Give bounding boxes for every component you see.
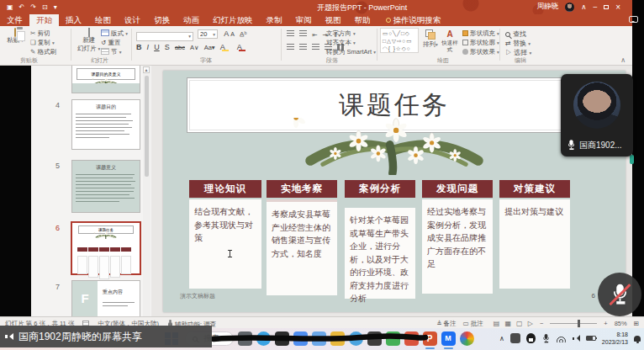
align-center-icon[interactable] bbox=[299, 44, 307, 50]
start-slideshow-icon[interactable]: ⊡ bbox=[42, 3, 48, 11]
tray-chevron-icon[interactable]: ∧ bbox=[499, 335, 504, 342]
column-body[interactable]: 提出对策与建议 bbox=[499, 199, 570, 289]
fit-to-window-icon[interactable]: ⊞ bbox=[634, 320, 639, 327]
thumbnail-scrollbar[interactable]: ▲ bbox=[143, 66, 150, 316]
account-name[interactable]: 周静晓 bbox=[537, 2, 559, 12]
zoom-percentage[interactable]: 85% bbox=[615, 320, 627, 327]
text-shadow-button[interactable]: S bbox=[165, 43, 170, 51]
section-button[interactable]: 节 ▾ bbox=[101, 48, 121, 56]
qq-penguin-icon[interactable] bbox=[526, 333, 536, 343]
column-case-analysis[interactable]: 案例分析 针对某个草莓园或草莓生产带头企业，进行分析，以及对于大的行业环境、政府… bbox=[345, 180, 415, 299]
shape-outline-button[interactable]: 形状轮廓 ▾ bbox=[462, 39, 499, 47]
zoom-slider[interactable] bbox=[550, 323, 597, 324]
tab-file[interactable]: 文件 bbox=[0, 14, 29, 26]
shape-effects-button[interactable]: 形状效果 ▾ bbox=[462, 48, 499, 56]
align-text-button[interactable]: 对齐文本 ▾ bbox=[326, 39, 356, 47]
bold-button[interactable]: B bbox=[136, 43, 142, 51]
tab-transitions[interactable]: 切换 bbox=[147, 14, 177, 26]
align-right-icon[interactable] bbox=[312, 44, 319, 50]
current-slide-canvas[interactable]: 课题任务 理论知识 结合现有文献，参考其现状与对策 实地考察 考察成安县草莓产业… bbox=[163, 71, 626, 312]
grow-font-icon[interactable]: A bbox=[224, 29, 229, 38]
meeting-app-taskbar-icon[interactable]: M bbox=[441, 331, 456, 346]
column-suggestions[interactable]: 对策建议 提出对策与建议 bbox=[499, 180, 570, 289]
slideshow-view-icon[interactable]: ▷ bbox=[528, 320, 533, 327]
shape-fill-button[interactable]: 形状填充 ▾ bbox=[462, 29, 499, 38]
tab-help[interactable]: 帮助 bbox=[348, 14, 377, 26]
align-left-icon[interactable] bbox=[287, 44, 294, 50]
battery-icon[interactable] bbox=[586, 336, 596, 342]
notification-bell-icon[interactable] bbox=[634, 336, 641, 342]
tab-home[interactable]: 开始 bbox=[29, 14, 59, 26]
layout-button[interactable]: 版式 ▾ bbox=[101, 29, 128, 38]
tab-review[interactable]: 审阅 bbox=[289, 14, 319, 26]
normal-view-icon[interactable]: ▤ bbox=[494, 320, 500, 327]
text-direction-button[interactable]: 文字方向 ▾ bbox=[326, 29, 356, 38]
tab-draw[interactable]: 绘图 bbox=[88, 14, 118, 26]
column-theory[interactable]: 理论知识 结合现有文献，参考其现状与对策 bbox=[189, 180, 261, 289]
zoom-in-button[interactable]: + bbox=[604, 320, 607, 327]
save-icon[interactable]: ▣ bbox=[7, 3, 13, 11]
ribbon-display-options-icon[interactable]: ∧ bbox=[581, 3, 586, 11]
char-spacing-button[interactable]: A∨ bbox=[190, 44, 199, 51]
tab-view[interactable]: 视图 bbox=[319, 14, 348, 26]
column-body[interactable]: 针对某个草莓园或草莓生产带头企业，进行分析，以及对于大的行业环境、政府支持力度进… bbox=[345, 208, 415, 299]
copy-button[interactable]: ❏ 复制 ▾ bbox=[30, 39, 55, 47]
numbering-icon[interactable] bbox=[299, 30, 307, 37]
new-slide-button[interactable]: 新建 幻灯片 ▾ bbox=[77, 29, 100, 52]
mute-toggle-button[interactable] bbox=[598, 273, 641, 316]
notes-toggle-button[interactable]: ≜ 备注 bbox=[436, 320, 456, 328]
comments-toggle-button[interactable]: ▭ 批注 bbox=[463, 320, 483, 328]
bullets-icon[interactable] bbox=[287, 30, 294, 37]
zoom-out-button[interactable]: − bbox=[540, 320, 543, 327]
thumbnail-slide-7[interactable]: F 重点内容 bbox=[71, 280, 140, 316]
format-painter-button[interactable]: ✎ 格式刷 bbox=[30, 48, 56, 56]
participant-video-tile[interactable]: 国商1902... bbox=[561, 74, 633, 156]
collapse-ribbon-icon[interactable]: ∧ bbox=[620, 56, 626, 64]
thumbnail-slide-4[interactable]: 课题目的 bbox=[71, 99, 140, 150]
undo-icon[interactable]: ↶ bbox=[19, 3, 25, 11]
find-button[interactable]: 查找 bbox=[505, 29, 526, 39]
tab-insert[interactable]: 插入 bbox=[59, 14, 88, 26]
quick-styles-button[interactable]: A 快速样式 bbox=[441, 29, 459, 53]
taskbar-clock[interactable]: 8:18 2023/2/13 bbox=[602, 331, 628, 346]
clear-formatting-icon[interactable]: A̲ᵇ bbox=[240, 30, 246, 38]
sidebar-toggle-indicator[interactable] bbox=[630, 155, 634, 164]
tray-mic-icon[interactable] bbox=[542, 333, 549, 342]
arrange-button[interactable]: 排列▾ bbox=[423, 29, 438, 49]
qat-customize-icon[interactable]: ▾ bbox=[54, 3, 57, 11]
wifi-icon[interactable] bbox=[557, 335, 567, 342]
thumbnail-slide-6-selected[interactable]: 课题任务 bbox=[71, 221, 141, 275]
paste-button[interactable]: 粘贴 ▾ bbox=[7, 29, 24, 45]
shapes-gallery[interactable]: ▭○╲╱□◇□△▽⇨○▭◠{ }☆◇○ bbox=[380, 28, 419, 53]
decrease-indent-icon[interactable]: ⇤ bbox=[312, 31, 317, 39]
font-name-box[interactable]: ▾ bbox=[136, 32, 193, 41]
change-case-button[interactable]: Aa▾ bbox=[204, 44, 215, 51]
replace-button[interactable]: ⇄ 替换 ▾ bbox=[505, 39, 531, 48]
cut-button[interactable]: ✂ 剪切 bbox=[30, 29, 50, 38]
tab-slideshow[interactable]: 幻灯片放映 bbox=[206, 14, 260, 26]
column-body[interactable]: 经过实地考察与案例分析，发现成安县在品牌推广方面存在的不足 bbox=[422, 199, 493, 294]
zoom-slider-handle[interactable] bbox=[578, 320, 580, 327]
volume-icon[interactable] bbox=[573, 335, 580, 342]
restore-button[interactable] bbox=[604, 5, 609, 9]
tab-design[interactable]: 设计 bbox=[118, 14, 147, 26]
scroll-up-arrow-icon[interactable]: ▲ bbox=[143, 66, 150, 73]
tab-record[interactable]: 录制 bbox=[260, 14, 289, 26]
redo-icon[interactable]: ↷ bbox=[30, 3, 36, 11]
thumbnail-slide-5[interactable]: 课题意义 bbox=[71, 160, 140, 213]
scrollbar-thumb[interactable] bbox=[145, 76, 149, 177]
reset-button[interactable]: ↺ 重置 bbox=[101, 39, 120, 47]
tell-me-search[interactable]: 操作说明搜索 bbox=[386, 14, 441, 26]
thumbnail-slide-3[interactable]: 课题目的及意义 bbox=[71, 66, 140, 93]
tray-app-icon[interactable] bbox=[510, 333, 520, 343]
shrink-font-icon[interactable]: A bbox=[230, 31, 235, 37]
minimize-button[interactable]: – bbox=[593, 3, 597, 11]
underline-button[interactable]: U bbox=[154, 43, 160, 51]
close-button[interactable]: × bbox=[615, 3, 620, 12]
reading-view-icon[interactable]: ▢ bbox=[516, 320, 523, 327]
column-body[interactable]: 结合现有文献，参考其现状与对策 bbox=[189, 199, 261, 289]
font-size-box[interactable]: 20▾ bbox=[198, 29, 218, 39]
column-problems[interactable]: 发现问题 经过实地考察与案例分析，发现成安县在品牌推广方面存在的不足 bbox=[422, 180, 493, 294]
colorful-app-taskbar-icon[interactable] bbox=[460, 331, 474, 346]
strikethrough-button[interactable]: abc bbox=[175, 44, 185, 51]
